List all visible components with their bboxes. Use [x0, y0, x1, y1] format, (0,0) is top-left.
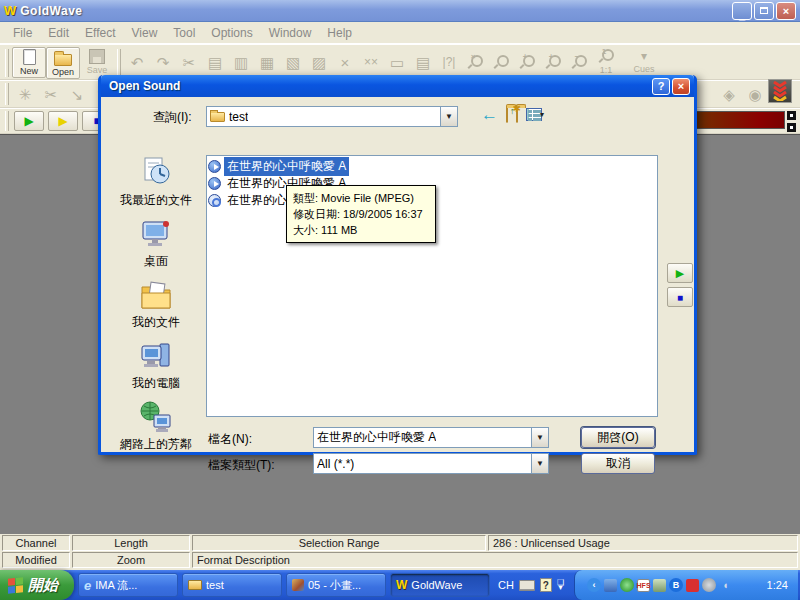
chevron-down-icon[interactable]: ▼ [531, 428, 548, 447]
tray-media-icon[interactable] [686, 579, 699, 592]
document-icon: ▤ [410, 47, 436, 77]
play-button[interactable]: ▶ [14, 111, 44, 131]
menu-item-edit[interactable]: Edit [41, 23, 76, 43]
place-network[interactable]: 網路上的芳鄰 [120, 399, 192, 453]
status-usage: 286 : Unlicensed Usage [488, 535, 798, 551]
media-file-icon [208, 194, 221, 207]
open-confirm-button[interactable]: 開啓(O) [581, 427, 655, 448]
folder-icon [188, 580, 202, 590]
tray-eye-icon[interactable] [620, 578, 634, 592]
preview-play-button[interactable]: ▶ [667, 263, 693, 283]
menu-item-options[interactable]: Options [204, 23, 259, 43]
tooltip-type: 類型: Movie File (MPEG) [293, 190, 429, 206]
menu-bar: File Edit Effect View Tool Options Windo… [0, 22, 800, 44]
mix-icon: ▧ [280, 47, 306, 77]
tray-volume-icon[interactable]: ◖ [719, 579, 732, 592]
cancel-button[interactable]: 取消 [581, 453, 655, 474]
minimize-button[interactable]: _ [732, 2, 752, 20]
status-modified: Modified [2, 552, 70, 568]
effect-icon-3: ↘ [64, 79, 90, 109]
language-options-icon[interactable]: ❏▾ [557, 580, 564, 590]
toolbar-grip [5, 49, 9, 77]
zoom-in-icon: + [514, 47, 540, 77]
file-row-selected[interactable]: 在世界的心中呼喚愛 A [208, 158, 656, 175]
cut-icon: ✂ [176, 47, 202, 77]
play-alt-button[interactable]: ▶ [48, 111, 78, 131]
chevrons-icon [772, 81, 788, 101]
device-controls-panel[interactable] [768, 79, 792, 103]
open-folder-icon [54, 54, 72, 66]
effect-icon-1: ✳ [12, 79, 38, 109]
language-bar[interactable]: CH ? ❏▾ [494, 578, 568, 592]
zoom-selection-icon: × [462, 47, 488, 77]
status-zoom: Zoom [72, 552, 190, 568]
system-tray: ‹ HFS B ◖ 1:24 [574, 570, 798, 600]
status-channel: Channel [2, 535, 70, 551]
restore-button[interactable] [754, 2, 774, 20]
file-name-value: 在世界的心中呼喚愛 A [317, 429, 436, 446]
tray-collapse-icon[interactable]: ‹ [587, 578, 601, 592]
menu-item-file[interactable]: File [6, 23, 39, 43]
replace-icon: ▨ [306, 47, 332, 77]
taskbar: 開始 e IMA 流... test 05 - 小畫... W GoldWave… [0, 570, 800, 600]
media-file-icon [208, 177, 221, 190]
dialog-title: Open Sound [109, 79, 180, 93]
keyboard-icon[interactable] [519, 580, 535, 591]
taskbar-item-goldwave[interactable]: W GoldWave [390, 573, 490, 597]
taskbar-item-paint[interactable]: 05 - 小畫... [286, 573, 386, 597]
open-button[interactable]: Open [46, 47, 80, 79]
save-label: Save [87, 65, 108, 75]
up-one-level-icon[interactable]: ↑ [506, 108, 508, 122]
internet-explorer-icon: e [84, 578, 91, 593]
new-folder-icon[interactable]: ✱ [516, 108, 518, 122]
language-help-icon[interactable]: ? [540, 578, 552, 592]
preview-stop-button[interactable]: ■ [667, 287, 693, 307]
tray-bluetooth-icon[interactable]: B [669, 578, 683, 592]
file-type-combobox[interactable]: All (*.*) ▼ [313, 453, 549, 474]
folder-icon [210, 112, 225, 122]
tray-hfs-icon[interactable]: HFS [637, 579, 650, 592]
my-computer-icon [138, 338, 174, 374]
delete-all-icon: ×× [358, 47, 384, 77]
tray-globe-icon[interactable] [702, 578, 716, 592]
place-my-documents[interactable]: 我的文件 [132, 277, 180, 331]
dialog-nav-icons: ← ↑ ✱ ▾ [481, 106, 544, 123]
taskbar-item-ima[interactable]: e IMA 流... [78, 573, 178, 597]
recent-documents-icon [138, 155, 174, 191]
tray-users-icon[interactable] [653, 579, 666, 592]
look-in-combobox[interactable]: test ▼ [206, 106, 458, 127]
dialog-help-button[interactable]: ? [652, 78, 670, 95]
menu-item-effect[interactable]: Effect [78, 23, 122, 43]
menu-item-view[interactable]: View [125, 23, 165, 43]
zoom-all-icon [488, 47, 514, 77]
chevron-down-icon[interactable]: ▼ [531, 454, 548, 473]
views-menu-icon[interactable]: ▾ [526, 108, 544, 121]
open-sound-dialog: Open Sound ? × 查詢(I): test ▼ ← ↑ ✱ ▾ [98, 75, 697, 455]
status-format-description: Format Description [192, 552, 798, 568]
chevron-down-icon[interactable]: ▼ [440, 107, 457, 126]
tray-network-icon[interactable] [604, 579, 617, 592]
taskbar-item-test[interactable]: test [182, 573, 282, 597]
menu-item-window[interactable]: Window [262, 23, 319, 43]
toolbar-grip [117, 49, 121, 77]
file-name-combobox[interactable]: 在世界的心中呼喚愛 A ▼ [313, 427, 549, 448]
place-my-computer[interactable]: 我的電腦 [132, 338, 180, 392]
info-icon: |?| [436, 47, 462, 77]
file-type-value: All (*.*) [317, 457, 354, 471]
back-icon[interactable]: ← [481, 106, 498, 123]
tooltip-modified-date: 修改日期: 18/9/2005 16:37 [293, 206, 429, 222]
window-title: GoldWave [20, 4, 82, 18]
start-button[interactable]: 開始 [0, 570, 74, 600]
trim-icon: ▭ [384, 47, 410, 77]
taskbar-clock: 1:24 [767, 579, 792, 591]
dialog-close-button[interactable]: × [672, 78, 690, 95]
place-recent-documents[interactable]: 我最近的文件 [120, 155, 192, 209]
language-indicator[interactable]: CH [498, 579, 514, 591]
close-button[interactable]: × [776, 2, 796, 20]
menu-item-help[interactable]: Help [320, 23, 359, 43]
delete-icon: × [332, 47, 358, 77]
place-desktop[interactable]: 桌面 [138, 216, 174, 270]
paint-icon [292, 579, 304, 591]
new-button[interactable]: New [12, 47, 46, 78]
menu-item-tool[interactable]: Tool [166, 23, 202, 43]
